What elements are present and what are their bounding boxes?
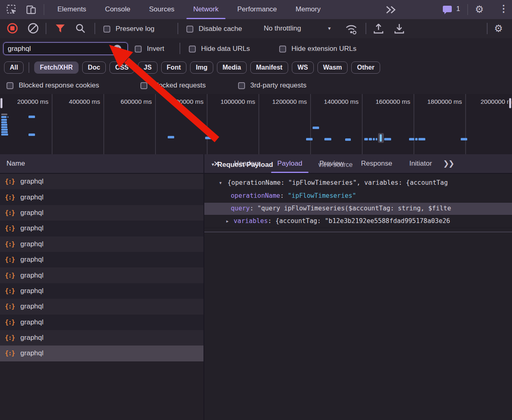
extra-filter: Blocked response cookies <box>7 81 99 90</box>
filter-input[interactable] <box>3 42 128 55</box>
search-icon[interactable] <box>75 23 85 33</box>
blocked-requests-checkbox[interactable] <box>140 82 147 89</box>
devtools-window: ElementsConsoleSourcesNetworkPerformance… <box>0 0 512 420</box>
type-chip-media[interactable]: Media <box>217 61 247 74</box>
filter-funnel-icon[interactable] <box>55 24 65 33</box>
type-chip-manifest[interactable]: Manifest <box>250 61 288 74</box>
request-name: graphql <box>20 271 44 280</box>
type-chip-fetch-xhr[interactable]: Fetch/XHR <box>34 61 79 74</box>
record-network-log-icon[interactable] <box>7 23 18 34</box>
payload-row-operationName[interactable]: operationName: "ipFlowTimeseries" <box>204 190 512 203</box>
tab-console[interactable]: Console <box>96 0 140 19</box>
type-chip-ws[interactable]: WS <box>292 61 314 74</box>
request-row[interactable]: {:}graphql <box>0 174 203 189</box>
type-chip-js[interactable]: JS <box>138 61 158 74</box>
json-file-icon: {:} <box>5 256 15 263</box>
hide-data-urls-checkbox[interactable] <box>189 46 196 52</box>
kebab-menu-icon[interactable]: ⋮ <box>499 3 508 14</box>
payload-summary-row[interactable]: ▾ {operationName: "ipFlowTimeseries", va… <box>204 177 512 190</box>
tab-memory[interactable]: Memory <box>286 0 330 19</box>
type-chip-font[interactable]: Font <box>161 61 187 74</box>
type-chip-all[interactable]: All <box>4 61 24 74</box>
payload-row-query[interactable]: query: "query ipFlowTimeseries($accountT… <box>204 203 512 215</box>
extra-filter-label: Blocked response cookies <box>19 81 99 90</box>
blocked-response-cookies-checkbox[interactable] <box>7 82 13 89</box>
request-list: {:}graphql{:}graphql{:}graphql{:}graphql… <box>0 174 203 361</box>
waterfall-bar <box>1 121 7 123</box>
hide-extension-urls-label: Hide extension URLs <box>291 45 357 53</box>
waterfall-bar <box>409 138 414 140</box>
tab-network[interactable]: Network <box>184 0 228 19</box>
preserve-log-checkbox[interactable] <box>103 26 110 33</box>
extra-filter: Blocked requests <box>140 81 206 90</box>
request-name: graphql <box>20 256 44 264</box>
disable-cache-checkbox[interactable] <box>186 26 193 33</box>
payload-section-title: Request Payload <box>217 161 273 169</box>
type-chip-css[interactable]: CSS <box>109 61 134 74</box>
request-row[interactable]: {:}graphql <box>0 189 203 205</box>
clear-filter-icon[interactable]: ✕ <box>113 45 121 53</box>
request-name: graphql <box>20 177 44 186</box>
waterfall-bar <box>205 137 213 139</box>
issues-count[interactable]: 1 <box>456 5 460 13</box>
request-row[interactable]: {:}graphql <box>0 205 203 221</box>
extra-filters-row: Blocked response cookiesBlocked requests… <box>0 77 512 94</box>
request-row[interactable]: {:}graphql <box>0 315 203 330</box>
type-chip-img[interactable]: Img <box>190 61 213 74</box>
throttling-caret-icon[interactable]: ▾ <box>328 25 331 31</box>
request-name: graphql <box>20 287 44 295</box>
network-settings-gear-icon[interactable]: ⚙ <box>494 23 503 34</box>
waterfall-bar <box>313 127 319 129</box>
hide-extension-urls-checkbox[interactable] <box>279 46 286 52</box>
type-chip-other[interactable]: Other <box>351 61 380 74</box>
toolbar-divider <box>94 23 95 34</box>
extra-filter-label: Blocked requests <box>153 81 206 90</box>
more-panels-icon[interactable] <box>385 5 397 14</box>
3rd-party-requests-checkbox[interactable] <box>238 82 245 89</box>
tab-elements[interactable]: Elements <box>48 0 96 19</box>
settings-gear-icon[interactable]: ⚙ <box>475 4 484 15</box>
network-conditions-icon[interactable] <box>345 24 358 35</box>
collapse-triangle-icon[interactable]: ▾ <box>212 162 214 167</box>
json-file-icon: {:} <box>5 287 15 295</box>
issues-icon[interactable] <box>442 5 453 15</box>
type-chip-wasm[interactable]: Wasm <box>317 61 348 74</box>
clear-network-log-icon[interactable] <box>28 23 39 34</box>
invert-checkbox[interactable] <box>135 46 142 52</box>
chip-divider <box>28 62 29 73</box>
import-har-icon[interactable] <box>372 23 385 34</box>
waterfall-bar <box>1 119 7 121</box>
request-row[interactable]: {:}graphql <box>0 236 203 252</box>
overview-right-handle[interactable] <box>509 98 512 109</box>
tab-sources[interactable]: Sources <box>140 0 184 19</box>
request-row[interactable]: {:}graphql <box>0 252 203 267</box>
request-name: graphql <box>20 349 44 357</box>
view-source-link[interactable]: view source <box>318 161 352 168</box>
tab-performance[interactable]: Performance <box>228 0 286 19</box>
request-row[interactable]: {:}graphql <box>0 267 203 283</box>
name-column-header[interactable]: Name <box>0 154 203 174</box>
payload-key: query <box>231 205 250 212</box>
payload-row-variables[interactable]: ▸variables: {accountTag: "b12e3b2192ee55… <box>204 215 512 228</box>
json-file-icon: {:} <box>5 334 15 341</box>
inspect-element-icon[interactable] <box>6 4 17 15</box>
network-overview-timeline[interactable]: 200000 ms400000 ms600000 ms800000 ms1000… <box>0 94 512 155</box>
expand-triangle-icon[interactable]: ▸ <box>226 219 229 224</box>
type-chip-doc[interactable]: Doc <box>82 61 106 74</box>
waterfall-bar <box>461 138 467 140</box>
request-row[interactable]: {:}graphql <box>0 283 203 299</box>
toolbar-divider <box>467 4 468 15</box>
json-file-icon: {:} <box>5 225 15 232</box>
request-row[interactable]: {:}graphql <box>0 346 203 361</box>
payload-summary-text: {operationName: "ipFlowTimeseries", vari… <box>228 179 448 186</box>
request-row[interactable]: {:}graphql <box>0 299 203 314</box>
extra-filter-label: 3rd-party requests <box>250 81 306 90</box>
request-name: graphql <box>20 224 44 232</box>
request-row[interactable]: {:}graphql <box>0 330 203 346</box>
request-row[interactable]: {:}graphql <box>0 221 203 236</box>
expand-triangle-icon[interactable]: ▾ <box>219 180 222 186</box>
overview-left-handle[interactable] <box>0 98 3 109</box>
device-toolbar-icon[interactable] <box>26 4 37 15</box>
export-har-icon[interactable] <box>393 23 405 34</box>
throttling-select[interactable]: No throttling <box>264 24 301 33</box>
